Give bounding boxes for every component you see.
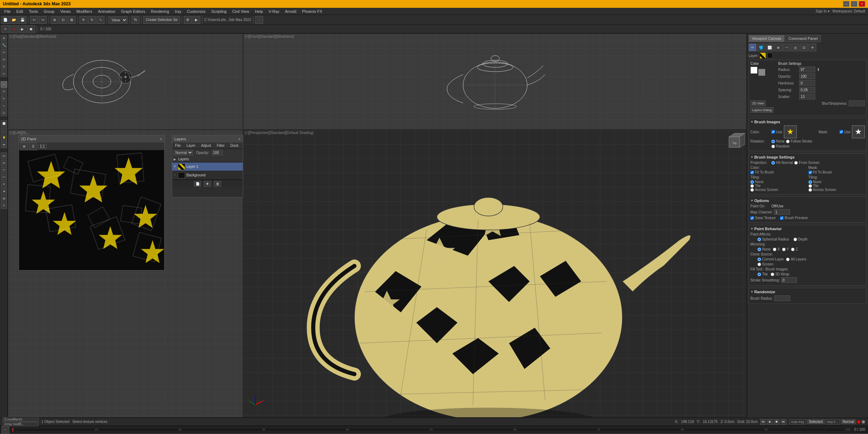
fit-brush-color-cb[interactable] — [750, 171, 754, 174]
stop-anim-btn[interactable]: ⏹ — [27, 25, 35, 33]
use-color-checkbox[interactable] — [771, 130, 775, 134]
use-mask-check[interactable]: Use — [839, 130, 851, 134]
modify-lt-btn[interactable]: 🔧 — [1, 42, 7, 48]
mirror-y-radio[interactable] — [782, 248, 786, 251]
paint-2d-canvas[interactable] — [19, 150, 164, 270]
paint-brush-icon[interactable]: ✏ — [749, 43, 756, 51]
tile-fill-radio[interactable] — [757, 273, 761, 276]
mirror-z-label[interactable]: Z — [791, 247, 798, 251]
save-texture-label[interactable]: Save Texture — [750, 216, 776, 220]
schematic-lt-btn[interactable]: ☰ — [1, 202, 7, 209]
randomize-arrow[interactable]: ▼ — [750, 290, 754, 294]
save-texture-cb[interactable] — [750, 216, 754, 220]
scale-lt-btn[interactable]: ⤡ — [1, 103, 7, 109]
layers-close-btn[interactable]: × — [238, 137, 241, 141]
hit-normal-label[interactable]: Hit Normal — [771, 161, 793, 165]
menu-rendering[interactable]: Rendering — [148, 9, 172, 14]
tiling-tile-c-label[interactable]: Tile — [750, 184, 807, 188]
align-lt-btn[interactable]: ⚖ — [1, 167, 7, 173]
random-label[interactable]: Random — [771, 144, 790, 148]
animate-btn[interactable]: ● — [10, 25, 18, 33]
brush-radius-input[interactable] — [774, 295, 790, 301]
paint-2d-titlebar[interactable]: 2D Paint × — [19, 135, 164, 143]
menu-modifiers[interactable]: Modifiers — [73, 9, 95, 14]
menu-file[interactable]: File — [1, 9, 14, 14]
layers-menu-file[interactable]: File — [174, 144, 182, 148]
viewport-front[interactable]: [+][Front][Standard][Wireframe] — [243, 33, 747, 130]
menu-graph-editors[interactable]: Graph Editors — [118, 9, 148, 14]
follow-stroke-label[interactable]: Follow Stroke — [786, 139, 812, 143]
menu-animation[interactable]: Animation — [95, 9, 118, 14]
prev-frame-btn[interactable]: ⏮ — [760, 419, 766, 425]
radius-input[interactable] — [799, 67, 815, 72]
camera-lt-btn[interactable]: 📷 — [1, 142, 7, 148]
mirror-z-radio[interactable] — [791, 248, 795, 251]
menu-customize[interactable]: Customize — [184, 9, 209, 14]
delete-layer-btn[interactable]: 🗑 — [214, 181, 221, 187]
mirror-none-radio[interactable] — [757, 248, 761, 251]
key-frame-btn[interactable]: ⬦ — [1, 426, 9, 434]
mirror-x-label[interactable]: X — [773, 247, 780, 251]
light-lt-btn[interactable]: 💡 — [1, 135, 7, 141]
tiling-across-c-radio[interactable] — [750, 188, 754, 192]
use-color-check[interactable]: Use — [771, 130, 782, 134]
layers-titlebar[interactable]: Layers × — [172, 135, 243, 143]
scale-btn[interactable]: ⤡ — [97, 16, 104, 24]
box-lt-btn[interactable]: ⬜ — [1, 120, 7, 127]
menu-edit[interactable]: Edit — [14, 9, 26, 14]
follow-stroke-radio[interactable] — [786, 140, 790, 143]
tiling-none-m-radio[interactable] — [808, 180, 812, 184]
snap2d-lt-btn[interactable]: 2D — [1, 153, 7, 159]
blur-input[interactable] — [849, 100, 865, 106]
mirror-lt-btn[interactable]: ⟺ — [1, 174, 7, 180]
tiling-none-m-label[interactable]: None — [808, 180, 865, 184]
select-filter-btn[interactable]: ⊠ — [68, 16, 76, 24]
from-screen-radio[interactable] — [794, 161, 798, 165]
blend-mode-select[interactable]: Normal — [174, 150, 193, 155]
render-lt-btn[interactable]: 🖼 — [1, 195, 7, 202]
array-lt-btn[interactable]: ⊞ — [1, 181, 7, 187]
opacity-input-brush[interactable] — [799, 73, 815, 79]
snap-toggle[interactable]: S — [1, 25, 9, 33]
fg-color-swatch[interactable] — [750, 67, 757, 74]
tiling-none-c-label[interactable]: None — [750, 180, 807, 184]
select-obj-btn[interactable]: ⊕ — [51, 16, 58, 24]
brush-images-arrow[interactable]: ▼ — [750, 120, 754, 124]
layers-menu-adjust[interactable]: Adjust — [200, 144, 212, 148]
minimize-btn[interactable]: — — [843, 1, 849, 7]
new-layer-btn[interactable]: 📄 — [194, 181, 201, 187]
hardness-input[interactable] — [799, 80, 815, 86]
tile-fill-label[interactable]: Tile — [757, 272, 768, 276]
select-lt-btn[interactable]: ⊡ — [1, 110, 7, 116]
layers-menu-dock[interactable]: Dock — [229, 144, 240, 148]
3d-wrap-radio[interactable] — [771, 273, 774, 276]
rot-none-label[interactable]: None — [771, 139, 785, 143]
create-lt-btn[interactable]: ⊕ — [1, 35, 7, 41]
sign-in[interactable]: Sign In ▾ — [814, 9, 831, 13]
mirror-none-label[interactable]: None — [757, 247, 771, 251]
radius-spinner[interactable]: ⬆ — [817, 67, 820, 72]
menu-phoenix-fx[interactable]: Phoenix FX — [299, 9, 325, 14]
from-screen-label[interactable]: From Screen — [794, 161, 820, 165]
utils-lt-btn[interactable]: U — [1, 71, 7, 77]
rotate-lt-btn[interactable]: ↻ — [1, 95, 7, 102]
viewport-top[interactable]: [+][Top][Standard][Wireframe] — [8, 33, 243, 130]
paint-fill-icon[interactable]: 🪣 — [757, 43, 765, 51]
brush-color-star[interactable]: ★ — [784, 125, 797, 138]
tiling-across-m-label[interactable]: Across Screen — [808, 188, 865, 192]
menu-group[interactable]: Group — [41, 9, 57, 14]
2d-view-btn[interactable]: 2D View — [750, 100, 766, 106]
layers-section-arrow[interactable]: ▶ — [174, 157, 176, 161]
paint-zoom-btn[interactable]: 1:1 — [38, 144, 47, 149]
fit-brush-color-label[interactable]: Fit To Brush — [750, 170, 807, 174]
motion-lt-btn[interactable]: M — [1, 56, 7, 63]
tiling-none-c-radio[interactable] — [750, 180, 754, 184]
next-frame-btn[interactable]: ⏭ — [781, 419, 786, 425]
menu-civil-view[interactable]: Civil View — [229, 9, 252, 14]
paint-blur-icon[interactable]: ◎ — [791, 43, 799, 51]
current-layer-radio[interactable] — [757, 258, 761, 261]
rotate-btn[interactable]: ↻ — [88, 16, 96, 24]
percent-btn[interactable]: % — [132, 16, 139, 24]
tiling-tile-c-radio[interactable] — [750, 184, 754, 188]
perspective-nav-gizmo[interactable]: Top — [727, 131, 745, 149]
